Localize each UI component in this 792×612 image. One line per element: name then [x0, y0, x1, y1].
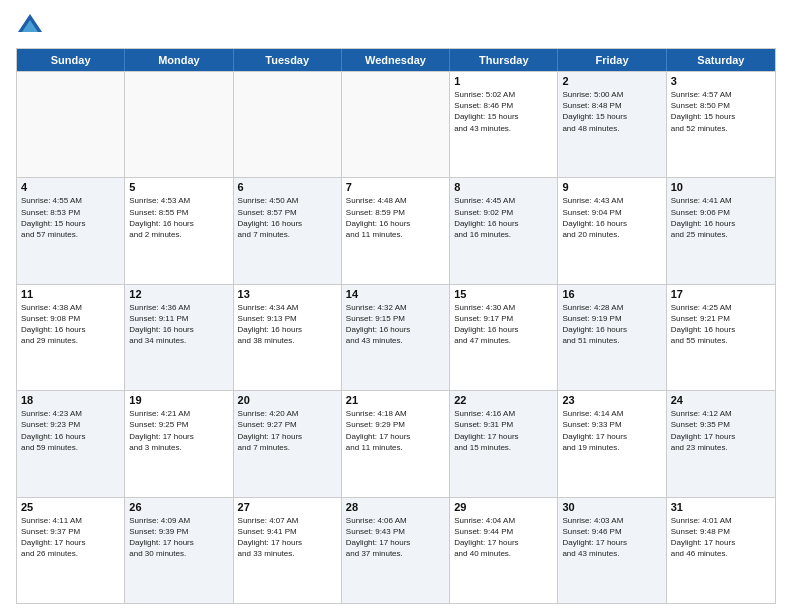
day-number: 1 — [454, 75, 553, 87]
calendar-cell: 11Sunrise: 4:38 AM Sunset: 9:08 PM Dayli… — [17, 285, 125, 390]
header-day-saturday: Saturday — [667, 49, 775, 71]
day-number: 20 — [238, 394, 337, 406]
day-number: 15 — [454, 288, 553, 300]
day-number: 29 — [454, 501, 553, 513]
day-info: Sunrise: 4:11 AM Sunset: 9:37 PM Dayligh… — [21, 515, 120, 560]
day-info: Sunrise: 4:23 AM Sunset: 9:23 PM Dayligh… — [21, 408, 120, 453]
day-info: Sunrise: 4:53 AM Sunset: 8:55 PM Dayligh… — [129, 195, 228, 240]
day-info: Sunrise: 4:45 AM Sunset: 9:02 PM Dayligh… — [454, 195, 553, 240]
day-info: Sunrise: 4:20 AM Sunset: 9:27 PM Dayligh… — [238, 408, 337, 453]
day-info: Sunrise: 4:36 AM Sunset: 9:11 PM Dayligh… — [129, 302, 228, 347]
day-number: 3 — [671, 75, 771, 87]
logo — [16, 12, 48, 40]
calendar-cell: 28Sunrise: 4:06 AM Sunset: 9:43 PM Dayli… — [342, 498, 450, 603]
day-number: 5 — [129, 181, 228, 193]
header-day-wednesday: Wednesday — [342, 49, 450, 71]
day-info: Sunrise: 4:21 AM Sunset: 9:25 PM Dayligh… — [129, 408, 228, 453]
calendar-cell: 27Sunrise: 4:07 AM Sunset: 9:41 PM Dayli… — [234, 498, 342, 603]
day-number: 14 — [346, 288, 445, 300]
day-number: 6 — [238, 181, 337, 193]
day-info: Sunrise: 4:57 AM Sunset: 8:50 PM Dayligh… — [671, 89, 771, 134]
calendar-week-4: 18Sunrise: 4:23 AM Sunset: 9:23 PM Dayli… — [17, 390, 775, 496]
calendar-cell: 18Sunrise: 4:23 AM Sunset: 9:23 PM Dayli… — [17, 391, 125, 496]
calendar-body: 1Sunrise: 5:02 AM Sunset: 8:46 PM Daylig… — [17, 71, 775, 603]
day-info: Sunrise: 5:00 AM Sunset: 8:48 PM Dayligh… — [562, 89, 661, 134]
calendar-week-5: 25Sunrise: 4:11 AM Sunset: 9:37 PM Dayli… — [17, 497, 775, 603]
day-number: 21 — [346, 394, 445, 406]
calendar-cell: 29Sunrise: 4:04 AM Sunset: 9:44 PM Dayli… — [450, 498, 558, 603]
calendar-cell: 24Sunrise: 4:12 AM Sunset: 9:35 PM Dayli… — [667, 391, 775, 496]
header-day-friday: Friday — [558, 49, 666, 71]
calendar-cell: 4Sunrise: 4:55 AM Sunset: 8:53 PM Daylig… — [17, 178, 125, 283]
day-info: Sunrise: 4:16 AM Sunset: 9:31 PM Dayligh… — [454, 408, 553, 453]
day-info: Sunrise: 4:18 AM Sunset: 9:29 PM Dayligh… — [346, 408, 445, 453]
day-info: Sunrise: 4:32 AM Sunset: 9:15 PM Dayligh… — [346, 302, 445, 347]
calendar-cell: 12Sunrise: 4:36 AM Sunset: 9:11 PM Dayli… — [125, 285, 233, 390]
day-info: Sunrise: 4:07 AM Sunset: 9:41 PM Dayligh… — [238, 515, 337, 560]
calendar-cell: 6Sunrise: 4:50 AM Sunset: 8:57 PM Daylig… — [234, 178, 342, 283]
day-number: 22 — [454, 394, 553, 406]
calendar-cell: 23Sunrise: 4:14 AM Sunset: 9:33 PM Dayli… — [558, 391, 666, 496]
calendar-cell: 10Sunrise: 4:41 AM Sunset: 9:06 PM Dayli… — [667, 178, 775, 283]
day-number: 26 — [129, 501, 228, 513]
calendar-cell: 30Sunrise: 4:03 AM Sunset: 9:46 PM Dayli… — [558, 498, 666, 603]
day-number: 2 — [562, 75, 661, 87]
calendar-week-1: 1Sunrise: 5:02 AM Sunset: 8:46 PM Daylig… — [17, 71, 775, 177]
calendar-week-2: 4Sunrise: 4:55 AM Sunset: 8:53 PM Daylig… — [17, 177, 775, 283]
day-number: 25 — [21, 501, 120, 513]
logo-icon — [16, 12, 44, 40]
day-info: Sunrise: 4:48 AM Sunset: 8:59 PM Dayligh… — [346, 195, 445, 240]
calendar-cell — [342, 72, 450, 177]
calendar-cell: 25Sunrise: 4:11 AM Sunset: 9:37 PM Dayli… — [17, 498, 125, 603]
calendar-cell: 1Sunrise: 5:02 AM Sunset: 8:46 PM Daylig… — [450, 72, 558, 177]
calendar-cell — [125, 72, 233, 177]
day-number: 8 — [454, 181, 553, 193]
day-info: Sunrise: 4:28 AM Sunset: 9:19 PM Dayligh… — [562, 302, 661, 347]
header — [16, 12, 776, 40]
day-number: 31 — [671, 501, 771, 513]
calendar-cell: 26Sunrise: 4:09 AM Sunset: 9:39 PM Dayli… — [125, 498, 233, 603]
day-number: 7 — [346, 181, 445, 193]
day-info: Sunrise: 4:03 AM Sunset: 9:46 PM Dayligh… — [562, 515, 661, 560]
day-info: Sunrise: 4:30 AM Sunset: 9:17 PM Dayligh… — [454, 302, 553, 347]
day-info: Sunrise: 4:38 AM Sunset: 9:08 PM Dayligh… — [21, 302, 120, 347]
calendar-cell: 5Sunrise: 4:53 AM Sunset: 8:55 PM Daylig… — [125, 178, 233, 283]
day-number: 28 — [346, 501, 445, 513]
calendar: SundayMondayTuesdayWednesdayThursdayFrid… — [16, 48, 776, 604]
header-day-monday: Monday — [125, 49, 233, 71]
calendar-cell: 17Sunrise: 4:25 AM Sunset: 9:21 PM Dayli… — [667, 285, 775, 390]
calendar-header: SundayMondayTuesdayWednesdayThursdayFrid… — [17, 49, 775, 71]
calendar-cell — [17, 72, 125, 177]
day-number: 13 — [238, 288, 337, 300]
day-info: Sunrise: 4:01 AM Sunset: 9:48 PM Dayligh… — [671, 515, 771, 560]
day-info: Sunrise: 4:43 AM Sunset: 9:04 PM Dayligh… — [562, 195, 661, 240]
calendar-cell: 15Sunrise: 4:30 AM Sunset: 9:17 PM Dayli… — [450, 285, 558, 390]
header-day-tuesday: Tuesday — [234, 49, 342, 71]
day-info: Sunrise: 4:25 AM Sunset: 9:21 PM Dayligh… — [671, 302, 771, 347]
header-day-thursday: Thursday — [450, 49, 558, 71]
day-info: Sunrise: 4:12 AM Sunset: 9:35 PM Dayligh… — [671, 408, 771, 453]
day-info: Sunrise: 4:04 AM Sunset: 9:44 PM Dayligh… — [454, 515, 553, 560]
calendar-cell — [234, 72, 342, 177]
day-number: 27 — [238, 501, 337, 513]
day-number: 16 — [562, 288, 661, 300]
day-info: Sunrise: 4:09 AM Sunset: 9:39 PM Dayligh… — [129, 515, 228, 560]
day-info: Sunrise: 4:50 AM Sunset: 8:57 PM Dayligh… — [238, 195, 337, 240]
day-info: Sunrise: 5:02 AM Sunset: 8:46 PM Dayligh… — [454, 89, 553, 134]
calendar-cell: 22Sunrise: 4:16 AM Sunset: 9:31 PM Dayli… — [450, 391, 558, 496]
calendar-cell: 13Sunrise: 4:34 AM Sunset: 9:13 PM Dayli… — [234, 285, 342, 390]
calendar-cell: 7Sunrise: 4:48 AM Sunset: 8:59 PM Daylig… — [342, 178, 450, 283]
calendar-week-3: 11Sunrise: 4:38 AM Sunset: 9:08 PM Dayli… — [17, 284, 775, 390]
calendar-cell: 9Sunrise: 4:43 AM Sunset: 9:04 PM Daylig… — [558, 178, 666, 283]
day-number: 17 — [671, 288, 771, 300]
day-number: 23 — [562, 394, 661, 406]
day-number: 4 — [21, 181, 120, 193]
calendar-cell: 3Sunrise: 4:57 AM Sunset: 8:50 PM Daylig… — [667, 72, 775, 177]
header-day-sunday: Sunday — [17, 49, 125, 71]
day-info: Sunrise: 4:34 AM Sunset: 9:13 PM Dayligh… — [238, 302, 337, 347]
day-number: 12 — [129, 288, 228, 300]
calendar-cell: 21Sunrise: 4:18 AM Sunset: 9:29 PM Dayli… — [342, 391, 450, 496]
day-number: 24 — [671, 394, 771, 406]
day-number: 9 — [562, 181, 661, 193]
day-info: Sunrise: 4:55 AM Sunset: 8:53 PM Dayligh… — [21, 195, 120, 240]
